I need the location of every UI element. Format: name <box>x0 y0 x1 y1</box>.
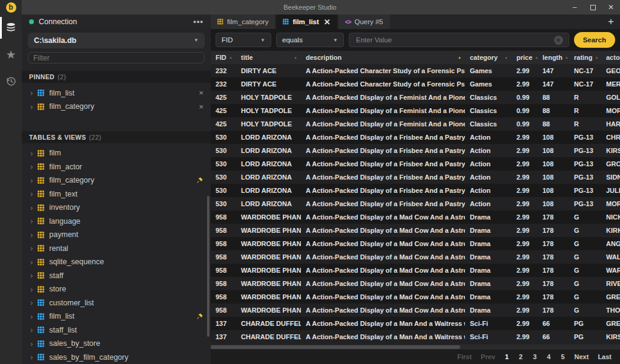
cell-title[interactable]: WARDROBE PHANT… <box>236 264 301 277</box>
cell-description[interactable]: A Action-Packed Character Study of a For… <box>301 64 465 77</box>
database-select[interactable]: C:\sakila.db ▼ <box>28 33 205 48</box>
tab-film-list[interactable]: film_list✕ <box>276 15 337 29</box>
filter-value-input[interactable] <box>355 36 554 44</box>
cell-category[interactable]: Action <box>465 131 512 144</box>
cell-title[interactable]: WARDROBE PHANT… <box>236 224 301 237</box>
cell-length[interactable]: 108 <box>538 184 569 197</box>
sidebar-item-film[interactable]: ›film <box>22 146 211 160</box>
cell-description[interactable]: A Action-Packed Display of a Man And a W… <box>301 317 465 330</box>
cell-actors[interactable]: CHRI <box>601 131 620 144</box>
sidebar-scrollbar[interactable] <box>207 196 209 337</box>
cell-FID[interactable]: 530 <box>211 157 236 171</box>
sidebar-item-staff[interactable]: ›staff <box>22 268 211 282</box>
cell-FID[interactable]: 530 <box>211 131 236 144</box>
cell-FID[interactable]: 958 <box>211 290 236 304</box>
cell-rating[interactable]: NC-17 <box>569 77 601 91</box>
cell-length[interactable]: 108 <box>538 157 569 171</box>
cell-FID[interactable]: 530 <box>211 197 236 210</box>
column-header-length[interactable]: length▲ <box>538 51 569 64</box>
cell-price[interactable]: 2.99 <box>512 157 538 171</box>
cell-price[interactable]: 2.99 <box>512 197 538 210</box>
tab-close-icon[interactable]: ✕ <box>324 18 331 27</box>
cell-rating[interactable]: PG-13 <box>569 197 601 210</box>
cell-FID[interactable]: 530 <box>211 184 236 197</box>
table-row[interactable]: 232DIRTY ACEA Action-Packed Character St… <box>211 77 620 91</box>
cell-category[interactable]: Drama <box>465 250 512 264</box>
cell-FID[interactable]: 958 <box>211 264 236 277</box>
cell-FID[interactable]: 958 <box>211 210 236 224</box>
column-header-category[interactable]: category▲ <box>465 51 512 64</box>
cell-description[interactable]: A Action-Packed Display of a Feminist An… <box>301 104 465 117</box>
cell-rating[interactable]: PG <box>569 330 601 343</box>
cell-length[interactable]: 88 <box>538 104 569 117</box>
cell-length[interactable]: 178 <box>538 277 569 290</box>
cell-actors[interactable]: GREG <box>601 290 620 304</box>
cell-category[interactable]: Drama <box>465 237 512 250</box>
cell-description[interactable]: A Action-Packed Display of a Mad Cow And… <box>301 210 465 224</box>
cell-price[interactable]: 2.99 <box>512 184 538 197</box>
cell-length[interactable]: 147 <box>538 64 569 77</box>
cell-rating[interactable]: G <box>569 237 601 250</box>
cell-rating[interactable]: PG <box>569 317 601 330</box>
cell-title[interactable]: LORD ARIZONA <box>236 131 301 144</box>
cell-actors[interactable]: ANGE <box>601 237 620 250</box>
filter-operator-select[interactable]: equals ▼ <box>276 33 344 47</box>
cell-category[interactable]: Action <box>465 144 512 157</box>
cell-rating[interactable]: PG-13 <box>569 171 601 184</box>
cell-FID[interactable]: 425 <box>211 117 236 131</box>
cell-category[interactable]: Drama <box>465 290 512 304</box>
sort-arrow-icon[interactable]: ▲ <box>502 56 512 59</box>
table-row[interactable]: 958WARDROBE PHANT…A Action-Packed Displa… <box>211 290 620 304</box>
cell-title[interactable]: LORD ARIZONA <box>236 157 301 171</box>
maximize-button[interactable] <box>584 0 602 15</box>
cell-category[interactable]: Drama <box>465 264 512 277</box>
cell-price[interactable]: 2.99 <box>512 144 538 157</box>
cell-category[interactable]: Classics <box>465 117 512 131</box>
sort-arrow-icon[interactable]: ▲ <box>226 56 236 59</box>
cell-description[interactable]: A Action-Packed Display of a Mad Cow And… <box>301 264 465 277</box>
cell-rating[interactable]: PG-13 <box>569 131 601 144</box>
cell-actors[interactable]: GROU <box>601 157 620 171</box>
cell-length[interactable]: 66 <box>538 330 569 343</box>
cell-rating[interactable]: G <box>569 250 601 264</box>
cell-category[interactable]: Drama <box>465 210 512 224</box>
cell-category[interactable]: Classics <box>465 91 512 104</box>
tab-query-5[interactable]: <>Query #5 <box>338 15 390 29</box>
sidebar-item-film_category[interactable]: ›film_category× <box>22 100 211 114</box>
cell-actors[interactable]: THOR <box>601 304 620 317</box>
cell-length[interactable]: 178 <box>538 237 569 250</box>
unpin-close-icon[interactable]: × <box>199 102 203 111</box>
sidebar-item-film_list[interactable]: ›film_list× <box>22 86 211 100</box>
rail-history-button[interactable] <box>0 68 22 94</box>
cell-price[interactable]: 2.99 <box>512 277 538 290</box>
cell-actors[interactable]: WALT <box>601 250 620 264</box>
new-tab-button[interactable]: + <box>602 15 620 29</box>
cell-category[interactable]: Action <box>465 157 512 171</box>
cell-title[interactable]: HOLY TADPOLE <box>236 104 301 117</box>
table-row[interactable]: 958WARDROBE PHANT…A Action-Packed Displa… <box>211 250 620 264</box>
column-header-title[interactable]: title▲ <box>236 51 301 64</box>
cell-actors[interactable]: MERY <box>601 77 620 91</box>
cell-length[interactable]: 88 <box>538 91 569 104</box>
cell-FID[interactable]: 958 <box>211 250 236 264</box>
cell-description[interactable]: A Action-Packed Display of a Feminist An… <box>301 117 465 131</box>
rail-database-button[interactable] <box>0 15 22 41</box>
cell-price[interactable]: 2.99 <box>512 250 538 264</box>
cell-rating[interactable]: R <box>569 91 601 104</box>
cell-title[interactable]: WARDROBE PHANT… <box>236 277 301 290</box>
table-row[interactable]: 958WARDROBE PHANT…A Action-Packed Displa… <box>211 237 620 250</box>
cell-length[interactable]: 147 <box>538 77 569 91</box>
column-header-actors[interactable]: actors <box>601 51 620 64</box>
table-row[interactable]: 425HOLY TADPOLEA Action-Packed Display o… <box>211 91 620 104</box>
cell-length[interactable]: 178 <box>538 210 569 224</box>
cell-description[interactable]: A Action-Packed Display of a Mad Cow And… <box>301 304 465 317</box>
cell-price[interactable]: 2.99 <box>512 131 538 144</box>
cell-category[interactable]: Sci-Fi <box>465 317 512 330</box>
cell-rating[interactable]: PG-13 <box>569 144 601 157</box>
table-row[interactable]: 137CHARADE DUFFELA Action-Packed Display… <box>211 317 620 330</box>
cell-description[interactable]: A Action-Packed Display of a Feminist An… <box>301 91 465 104</box>
cell-FID[interactable]: 958 <box>211 237 236 250</box>
cell-length[interactable]: 108 <box>538 131 569 144</box>
sort-arrow-icon[interactable]: ▲ <box>291 56 301 59</box>
cell-category[interactable]: Action <box>465 197 512 210</box>
